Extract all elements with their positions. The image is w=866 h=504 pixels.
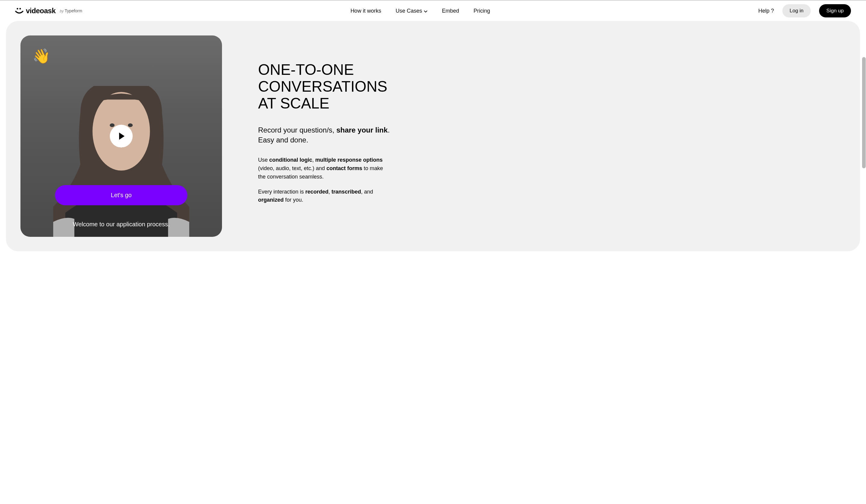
- header-right: Help ? Log in Sign up: [758, 4, 851, 18]
- video-card: 👋 Let's go Welcome to our application pr…: [21, 35, 222, 237]
- wave-emoji-icon: 👋: [33, 47, 51, 65]
- scrollbar-thumb[interactable]: [862, 57, 866, 168]
- lets-go-button[interactable]: Let's go: [55, 185, 187, 205]
- hero-content: ONE-TO-ONE CONVERSATIONS AT SCALE Record…: [258, 61, 390, 211]
- hero-headline: ONE-TO-ONE CONVERSATIONS AT SCALE: [258, 61, 390, 112]
- main-header: videoask by Typeform How it works Use Ca…: [0, 1, 866, 21]
- main-nav: How it works Use Cases Embed Pricing: [351, 8, 490, 14]
- chevron-down-icon: [424, 8, 428, 14]
- brand-byline: by Typeform: [60, 9, 82, 13]
- signup-button[interactable]: Sign up: [819, 4, 851, 18]
- play-icon: [119, 133, 124, 140]
- scrollbar[interactable]: [862, 0, 866, 251]
- nav-use-cases[interactable]: Use Cases: [396, 8, 428, 14]
- brand-logo[interactable]: videoask by Typeform: [15, 7, 82, 15]
- nav-how-it-works[interactable]: How it works: [351, 8, 381, 14]
- brand-name: videoask: [26, 7, 56, 15]
- svg-point-1: [20, 8, 21, 10]
- person-illustration: [21, 86, 222, 237]
- hero-section: 👋 Let's go Welcome to our application pr…: [6, 21, 860, 251]
- svg-point-3: [110, 123, 114, 127]
- nav-embed[interactable]: Embed: [442, 8, 459, 14]
- hero-body-2: Every interaction is recorded, transcrib…: [258, 188, 390, 205]
- video-caption: Welcome to our application process.: [21, 221, 222, 228]
- hero-subhead: Record your question/s, share your link.…: [258, 125, 390, 145]
- svg-point-4: [128, 123, 133, 127]
- play-button[interactable]: [110, 125, 133, 148]
- nav-pricing[interactable]: Pricing: [474, 8, 490, 14]
- hero-body-1: Use conditional logic, multiple response…: [258, 156, 390, 181]
- help-link[interactable]: Help ?: [758, 8, 774, 14]
- svg-point-0: [17, 8, 18, 10]
- login-button[interactable]: Log in: [782, 4, 811, 18]
- videoask-logo-icon: [15, 8, 23, 14]
